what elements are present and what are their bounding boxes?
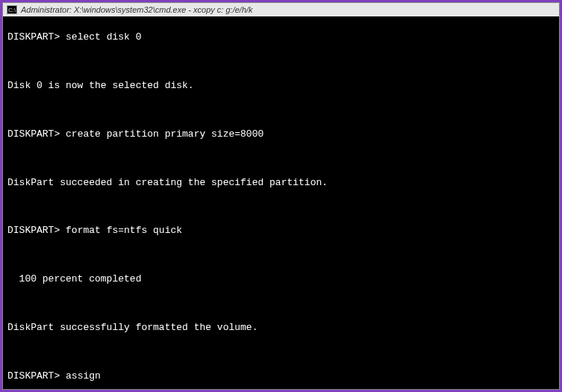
prompt-line: DISKPART> create partition primary size=… [7, 128, 555, 140]
response-text: Disk 0 is now the selected disk. [7, 80, 555, 92]
response-text: 100 percent completed [7, 273, 555, 285]
titlebar[interactable]: C:\ Administrator: X:\windows\system32\c… [3, 3, 559, 16]
prompt-line: DISKPART> select disk 0 [7, 31, 555, 43]
cmd-window: C:\ Administrator: X:\windows\system32\c… [2, 2, 560, 390]
prompt-line: DISKPART> format fs=ntfs quick [7, 225, 555, 237]
prompt-line: DISKPART> assign [7, 370, 555, 382]
terminal-output[interactable]: DISKPART> select disk 0 Disk 0 is now th… [3, 16, 559, 389]
response-text: DiskPart succeeded in creating the speci… [7, 177, 555, 189]
cmd-icon: C:\ [7, 5, 17, 14]
response-text: DiskPart successfully formatted the volu… [7, 322, 555, 334]
window-title: Administrator: X:\windows\system32\cmd.e… [21, 5, 253, 14]
